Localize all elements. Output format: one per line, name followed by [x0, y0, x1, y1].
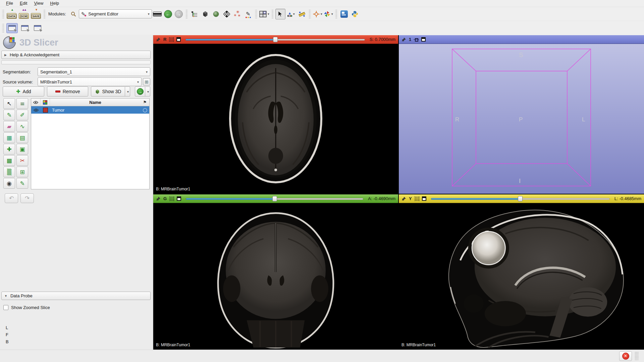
segment-status-icon[interactable]: ◯	[141, 108, 149, 112]
menu-item[interactable]: File	[3, 0, 16, 7]
yellow-slice-slider[interactable]	[431, 196, 610, 201]
maximize-view-icon[interactable]	[177, 196, 181, 201]
subject-hierarchy-button[interactable]	[190, 9, 200, 19]
status-column-header[interactable]: ⚑	[141, 99, 149, 106]
help-acknowledgement-section[interactable]: ▶ Help & Acknowledgement	[1, 51, 151, 59]
markups-module-button[interactable]: ✳✳✳	[232, 9, 243, 19]
annotations-module-button[interactable]: ✎	[243, 9, 253, 19]
effect-draw-button[interactable]: ✐	[16, 110, 28, 120]
toolbar-grip[interactable]	[2, 23, 4, 33]
segment-row[interactable]: Tumor ◯	[31, 106, 149, 114]
load-dicom-button[interactable]: ▲▲ DCM	[18, 8, 29, 20]
effect-threshold-button[interactable]: ≡	[16, 98, 28, 109]
slider-handle[interactable]	[518, 196, 523, 201]
window-level-button[interactable]: ▲ ▾	[286, 9, 296, 19]
pin-icon[interactable]	[156, 196, 161, 201]
save-button[interactable]: ▼ SAVE	[31, 8, 41, 20]
segment-color-swatch[interactable]	[41, 106, 50, 114]
effect-level-tracing-button[interactable]: ∿	[16, 121, 28, 132]
error-log-button[interactable]: ✕	[619, 351, 632, 361]
effect-margin-button[interactable]: ✚	[3, 144, 15, 155]
yellow-slice-canvas[interactable]: B: MRBrainTumor1	[399, 203, 644, 350]
redo-button[interactable]: ↷	[20, 193, 34, 203]
module-forward-button[interactable]: →	[174, 9, 184, 19]
green-slice-slider[interactable]	[186, 196, 363, 201]
extensions-manager-button[interactable]	[339, 9, 349, 19]
mouse-interaction-button[interactable]	[275, 9, 285, 19]
toolbar-grip[interactable]	[43, 9, 46, 19]
slice-intersection-icon[interactable]	[169, 37, 174, 42]
source-volume-selector[interactable]: MRBrainTumor1 ▾	[38, 77, 142, 86]
remove-segment-button[interactable]: Remove	[47, 86, 88, 97]
effect-scissors-button[interactable]: ✂	[16, 155, 28, 166]
slider-handle[interactable]	[273, 37, 278, 42]
models-module-button[interactable]	[211, 9, 221, 19]
effect-paint-button[interactable]: ✎	[3, 110, 15, 120]
python-console-button[interactable]	[350, 9, 360, 19]
red-slice-slider[interactable]	[185, 37, 365, 42]
undo-button[interactable]: ↶	[5, 193, 18, 203]
color-column-header[interactable]	[41, 99, 50, 106]
show-3d-dropdown[interactable]: ▾	[125, 86, 130, 97]
effect-grow-from-seeds-button[interactable]: ▦	[3, 132, 15, 143]
segment-visibility-toggle[interactable]	[31, 106, 41, 114]
volumes-module-button[interactable]	[200, 9, 210, 19]
apply-dropdown[interactable]: ▾	[145, 86, 150, 97]
layout-selector-button[interactable]: ▾	[259, 9, 270, 19]
screen-capture-button[interactable]: ▾	[323, 9, 333, 19]
effect-logical-operators-button[interactable]: ⊞	[16, 167, 28, 177]
green-slice-canvas[interactable]: B: MRBrainTumor1	[153, 203, 398, 350]
toolbar-grip[interactable]	[185, 9, 188, 19]
visibility-column-header[interactable]	[31, 99, 41, 106]
effect-islands-button[interactable]: ▒	[3, 167, 15, 177]
red-slice-canvas[interactable]: B: MRBrainTumor1	[153, 44, 398, 194]
measurements-button[interactable]	[297, 9, 307, 19]
maximize-view-icon[interactable]	[176, 37, 181, 42]
scene-view-capture-button[interactable]	[6, 23, 18, 33]
module-history-button[interactable]	[152, 9, 162, 19]
scene-view-restore-button[interactable]	[32, 23, 43, 33]
threed-canvas[interactable]: S I R L P	[399, 44, 644, 194]
load-data-button[interactable]: ▲ DATA	[6, 8, 17, 20]
effect-fill-between-slices-button[interactable]: ▤	[16, 132, 28, 143]
toolbar-grip[interactable]	[255, 9, 257, 19]
effect-erase-button[interactable]: ▰	[3, 121, 15, 132]
effect-smoothing-button[interactable]: ▩	[3, 155, 15, 166]
center-view-icon[interactable]	[414, 37, 419, 42]
maximize-view-icon[interactable]	[422, 196, 426, 201]
toolbar-grip[interactable]	[335, 9, 337, 19]
segmentation-selector[interactable]: Segmentation_1 ▾	[38, 67, 150, 76]
module-back-button[interactable]: ←	[163, 9, 173, 19]
menu-item[interactable]: Edit	[16, 0, 31, 7]
pin-icon[interactable]	[401, 196, 406, 201]
data-probe-section[interactable]: ▼ Data Probe	[1, 292, 151, 300]
toolbar-grip[interactable]	[309, 9, 311, 19]
module-search-button[interactable]	[68, 9, 78, 19]
toolbar-grip[interactable]	[271, 9, 274, 19]
slider-handle[interactable]	[272, 196, 277, 201]
slice-intersection-icon[interactable]	[415, 196, 419, 201]
effect-extra-button[interactable]: ✎	[16, 178, 28, 189]
toolbar-grip[interactable]	[2, 9, 4, 19]
transforms-module-button[interactable]	[222, 9, 232, 19]
menu-item[interactable]: View	[31, 0, 47, 7]
scene-view-add-button[interactable]	[19, 23, 31, 33]
pin-icon[interactable]	[156, 37, 161, 42]
add-segment-button[interactable]: ✚ Add	[3, 86, 44, 97]
maximize-view-icon[interactable]	[421, 37, 426, 42]
slice-intersection-icon[interactable]	[169, 196, 174, 201]
name-column-header[interactable]: Name	[50, 100, 141, 105]
apply-button[interactable]: →	[135, 86, 145, 97]
effect-none-button[interactable]: ↖	[3, 98, 15, 109]
effect-hollow-button[interactable]: ▣	[16, 144, 28, 155]
specify-geometry-button[interactable]: ⊞	[143, 78, 150, 85]
module-selector[interactable]: ✎ Segment Editor ▾	[79, 9, 152, 18]
menu-item[interactable]: Help	[47, 0, 62, 7]
threed-view-number: 1	[409, 37, 411, 42]
show-zoomed-slice-checkbox[interactable]	[3, 305, 8, 310]
pin-icon[interactable]	[401, 37, 406, 42]
crosshair-button[interactable]: ▾	[313, 9, 323, 19]
effect-mask-volume-button[interactable]: ◉	[3, 178, 15, 189]
window-resize-grip[interactable]	[635, 352, 639, 360]
show-3d-button[interactable]: Show 3D	[91, 86, 125, 97]
